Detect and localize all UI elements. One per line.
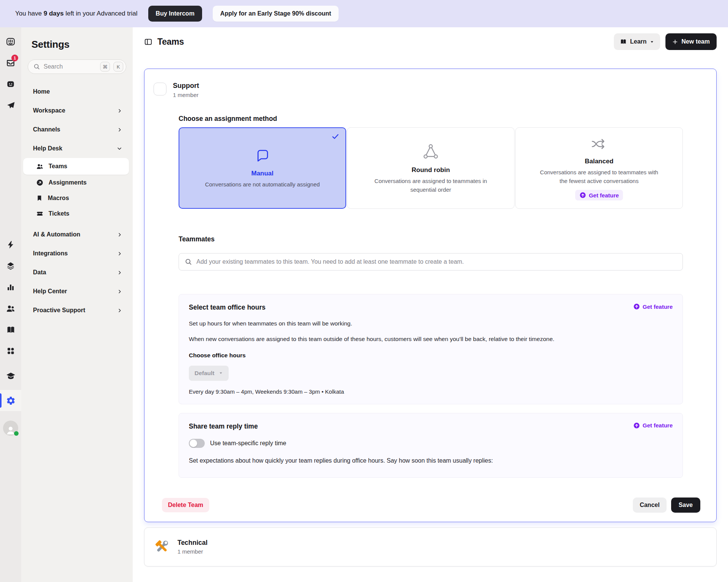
sidebar-title: Settings bbox=[31, 39, 133, 50]
sidebar-item-channels[interactable]: Channels bbox=[23, 120, 129, 139]
teammates-input[interactable] bbox=[196, 258, 677, 265]
chevron-right-icon bbox=[117, 127, 122, 132]
get-feature-badge[interactable]: Get feature bbox=[575, 190, 623, 200]
ticket-icon bbox=[36, 210, 44, 217]
office-hours-heading: Select team office hours bbox=[189, 304, 673, 311]
teams-content: Support 1 member Choose an assignment me… bbox=[133, 56, 728, 566]
layers-icon[interactable] bbox=[0, 257, 21, 275]
app-icon-rail: 1 bbox=[0, 27, 21, 582]
trial-banner: You have 9 days left in your Advanced tr… bbox=[0, 0, 728, 27]
reply-time-panel: Share team reply time Get feature Use te… bbox=[179, 413, 683, 478]
team-name: Technical bbox=[177, 539, 207, 547]
delete-team-button[interactable]: Delete Team bbox=[162, 498, 209, 512]
intercom-logo-icon[interactable] bbox=[0, 33, 21, 51]
book-icon[interactable] bbox=[0, 321, 21, 339]
office-hours-line2: When new conversations are assigned to t… bbox=[189, 335, 673, 343]
search-icon bbox=[33, 63, 40, 70]
settings-sidebar: Settings ⌘ K Home Workspace Channels Hel… bbox=[21, 27, 133, 582]
chevron-down-icon bbox=[117, 146, 122, 151]
page-header: Teams Learn New team bbox=[133, 27, 728, 56]
assignments-icon bbox=[36, 179, 44, 186]
people-icon bbox=[36, 163, 44, 170]
sidebar-search[interactable]: ⌘ K bbox=[28, 59, 126, 74]
apps-grid-icon[interactable] bbox=[0, 342, 21, 360]
method-round-robin[interactable]: Round robin Conversations are assigned t… bbox=[347, 127, 515, 209]
office-hours-line1: Set up hours for when teammates on this … bbox=[189, 320, 673, 327]
reply-time-description: Set expectations about how quickly your … bbox=[189, 457, 673, 465]
upgrade-arrow-icon bbox=[579, 192, 586, 199]
toggle-knob bbox=[190, 440, 197, 447]
early-stage-discount-button[interactable]: Apply for an Early Stage 90% discount bbox=[213, 6, 339, 22]
search-input[interactable] bbox=[44, 63, 97, 70]
team-name: Support bbox=[173, 82, 199, 90]
team-checkbox[interactable] bbox=[154, 83, 166, 95]
page-title: Teams bbox=[157, 37, 184, 47]
office-hours-select[interactable]: Default bbox=[189, 366, 229, 381]
team-row-technical[interactable]: Technical 1 member bbox=[144, 527, 717, 566]
get-feature-badge[interactable]: Get feature bbox=[633, 303, 673, 310]
chevron-right-icon bbox=[117, 232, 122, 237]
team-member-count: 1 member bbox=[173, 92, 199, 98]
chevron-right-icon bbox=[117, 108, 122, 113]
sidebar-item-teams[interactable]: Teams bbox=[23, 158, 129, 175]
sidebar-item-integrations[interactable]: Integrations bbox=[23, 244, 129, 263]
caret-down-icon bbox=[219, 371, 223, 375]
method-balanced[interactable]: Balanced Conversations are assigned to t… bbox=[515, 127, 683, 209]
check-icon bbox=[331, 133, 339, 141]
main-area: Teams Learn New team Support bbox=[133, 27, 728, 582]
bar-chart-icon[interactable] bbox=[0, 278, 21, 296]
book-icon bbox=[620, 38, 627, 45]
buy-intercom-button[interactable]: Buy Intercom bbox=[148, 6, 202, 22]
chevron-right-icon bbox=[117, 308, 122, 313]
graduation-cap-icon[interactable] bbox=[0, 367, 21, 385]
fin-bot-icon[interactable] bbox=[0, 75, 21, 93]
gear-icon[interactable] bbox=[0, 390, 21, 411]
teammates-search[interactable] bbox=[179, 253, 683, 271]
team-reply-time-toggle[interactable] bbox=[189, 439, 205, 448]
online-status-dot bbox=[14, 431, 19, 436]
office-hours-panel: Select team office hours Get feature Set… bbox=[179, 294, 683, 404]
paper-plane-icon[interactable] bbox=[0, 96, 21, 114]
collapse-panel-icon[interactable] bbox=[144, 38, 152, 46]
round-robin-icon bbox=[421, 142, 440, 161]
save-button[interactable]: Save bbox=[671, 498, 700, 513]
editor-footer: Delete Team Cancel Save bbox=[154, 498, 707, 513]
upgrade-arrow-icon bbox=[633, 422, 640, 429]
get-feature-badge[interactable]: Get feature bbox=[633, 422, 673, 429]
inbox-icon[interactable]: 1 bbox=[0, 54, 21, 72]
office-hours-schedule: Every day 9:30am – 4pm, Weekends 9:30am … bbox=[189, 388, 673, 395]
new-team-button[interactable]: New team bbox=[665, 33, 717, 50]
toggle-label: Use team-specific reply time bbox=[210, 440, 286, 447]
sidebar-item-ai-automation[interactable]: AI & Automation bbox=[23, 225, 129, 244]
shuffle-icon bbox=[590, 136, 609, 152]
sidebar-item-help-center[interactable]: Help Center bbox=[23, 282, 129, 301]
learn-button[interactable]: Learn bbox=[614, 33, 661, 50]
inbox-notification-badge: 1 bbox=[11, 55, 18, 61]
search-icon bbox=[185, 258, 192, 266]
sidebar-item-macros[interactable]: Macros bbox=[23, 190, 129, 206]
assignment-methods: Manual Conversations are not automatical… bbox=[179, 127, 683, 209]
team-editor-card: Support 1 member Choose an assignment me… bbox=[144, 69, 717, 522]
chevron-right-icon bbox=[117, 289, 122, 294]
sidebar-item-workspace[interactable]: Workspace bbox=[23, 101, 129, 120]
settings-nav: Home Workspace Channels Help Desk Teams … bbox=[21, 82, 133, 320]
method-manual[interactable]: Manual Conversations are not automatical… bbox=[179, 127, 346, 209]
k-keycap: K bbox=[113, 62, 123, 72]
chevron-right-icon bbox=[117, 270, 122, 275]
avatar bbox=[3, 421, 18, 436]
caret-down-icon bbox=[650, 40, 654, 44]
tools-icon bbox=[154, 538, 170, 555]
user-avatar[interactable] bbox=[0, 419, 21, 437]
people-icon[interactable] bbox=[0, 299, 21, 318]
cancel-button[interactable]: Cancel bbox=[633, 498, 666, 513]
sidebar-item-help-desk[interactable]: Help Desk bbox=[23, 139, 129, 158]
sidebar-item-proactive-support[interactable]: Proactive Support bbox=[23, 301, 129, 320]
lightning-icon[interactable] bbox=[0, 236, 21, 254]
reply-time-heading: Share team reply time bbox=[189, 422, 673, 430]
bookmark-icon bbox=[36, 195, 43, 202]
sidebar-item-tickets[interactable]: Tickets bbox=[23, 206, 129, 221]
cmd-keycap: ⌘ bbox=[100, 62, 110, 72]
sidebar-item-home[interactable]: Home bbox=[23, 82, 129, 101]
sidebar-item-data[interactable]: Data bbox=[23, 263, 129, 282]
sidebar-item-assignments[interactable]: Assignments bbox=[23, 175, 129, 190]
